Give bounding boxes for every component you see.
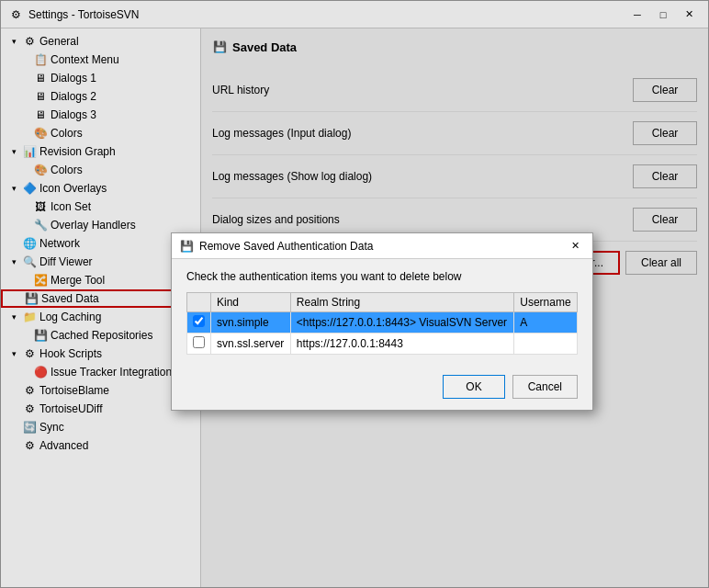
col-checkbox bbox=[187, 293, 211, 312]
checkbox-input-0[interactable] bbox=[193, 315, 205, 327]
remove-auth-dialog: 💾 Remove Saved Authentication Data ✕ Che… bbox=[171, 232, 593, 411]
dialog-title-bar: 💾 Remove Saved Authentication Data ✕ bbox=[172, 233, 592, 259]
auth-data-table: Kind Realm String Username svn.simple<ht… bbox=[186, 292, 578, 355]
row-checkbox-1[interactable] bbox=[187, 334, 211, 355]
dialog-overlay: 💾 Remove Saved Authentication Data ✕ Che… bbox=[0, 0, 709, 588]
dialog-description: Check the authentication items you want … bbox=[186, 270, 578, 283]
dialog-body: Check the authentication items you want … bbox=[172, 259, 592, 366]
row-username-1 bbox=[514, 334, 578, 355]
row-kind-0: svn.simple bbox=[211, 312, 291, 334]
dialog-close-button[interactable]: ✕ bbox=[565, 238, 585, 254]
col-kind: Kind bbox=[211, 293, 291, 312]
dialog-title: Remove Saved Authentication Data bbox=[199, 240, 373, 253]
cancel-button[interactable]: Cancel bbox=[512, 375, 578, 399]
checkbox-input-1[interactable] bbox=[193, 336, 205, 348]
row-username-0: A bbox=[514, 312, 578, 334]
table-row[interactable]: svn.simple<https://127.0.0.1:8443> Visua… bbox=[187, 312, 578, 334]
row-checkbox-0[interactable] bbox=[187, 312, 211, 334]
dialog-icon: 💾 bbox=[179, 239, 194, 254]
col-username: Username bbox=[514, 293, 578, 312]
row-kind-1: svn.ssl.server bbox=[211, 334, 291, 355]
table-row[interactable]: svn.ssl.serverhttps://127.0.0.1:8443 bbox=[187, 334, 578, 355]
row-realm-1: https://127.0.0.1:8443 bbox=[290, 334, 513, 355]
row-realm-0: <https://127.0.0.1:8443> VisualSVN Serve… bbox=[290, 312, 513, 334]
col-realm: Realm String bbox=[290, 293, 513, 312]
ok-button[interactable]: OK bbox=[443, 375, 504, 399]
dialog-footer: OK Cancel bbox=[172, 366, 592, 410]
